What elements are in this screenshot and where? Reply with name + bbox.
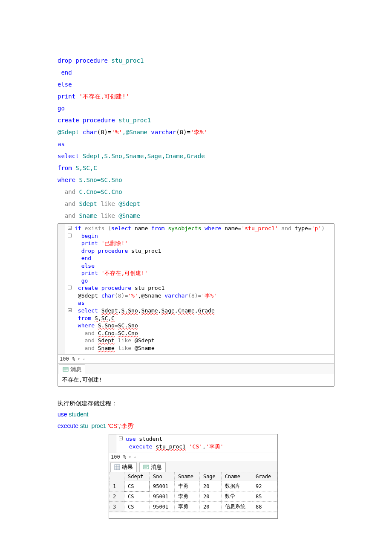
output-tabs: 消息 <box>58 363 334 374</box>
message-output: 不存在,可创建! <box>58 374 334 386</box>
table-row[interactable]: 1 CS 95001 李勇 20 数据库 92 <box>110 481 277 491</box>
svg-rect-2 <box>144 465 149 469</box>
tab-label: 消息 <box>70 366 81 373</box>
svg-rect-0 <box>63 367 68 371</box>
zoom-value: 100 % <box>111 454 126 460</box>
scroll-left-icon[interactable]: ◂ <box>134 455 136 459</box>
zoom-control[interactable]: 100 % ▾ ◂ <box>109 453 277 461</box>
col-sage: Sage <box>199 472 221 481</box>
grid-icon <box>114 464 120 470</box>
col-sdept: Sdept <box>124 472 150 481</box>
col-sno: Sno <box>149 472 174 481</box>
table-row[interactable]: 3 CS 95001 李勇 20 信息系统 88 <box>110 502 277 512</box>
fold-icon[interactable]: − <box>68 308 72 312</box>
col-grade: Grade <box>252 472 277 481</box>
tab-results[interactable]: 结果 <box>110 462 137 472</box>
editor-gutter <box>109 434 116 453</box>
col-sname: Sname <box>174 472 199 481</box>
col-rownum <box>110 472 124 481</box>
fold-icon[interactable]: − <box>68 286 72 289</box>
svg-rect-1 <box>115 465 120 470</box>
editor-gutter <box>58 224 65 354</box>
tab-messages[interactable]: 消息 <box>139 462 166 472</box>
sql-code-block: drop procedure stu_proc1 end else print … <box>58 43 334 222</box>
zoom-value: 100 % <box>60 356 75 362</box>
sql-result-panel: −use student execute stu_proc1 'CS','李勇'… <box>109 434 278 519</box>
zoom-control[interactable]: 100 % ▾ ◂ <box>58 354 334 363</box>
sql-editor-panel: −if exists (select name from sysobjects … <box>58 223 334 387</box>
results-grid[interactable]: Sdept Sno Sname Sage Cname Grade 1 CS 95… <box>109 472 277 518</box>
tab-label: 消息 <box>151 463 162 471</box>
table-row[interactable]: 2 CS 95001 李勇 20 数学 85 <box>110 491 277 502</box>
chevron-down-icon[interactable]: ▾ <box>78 356 80 361</box>
fold-icon[interactable]: − <box>68 234 72 237</box>
fold-icon[interactable]: − <box>119 436 123 440</box>
chevron-down-icon[interactable]: ▾ <box>129 455 131 459</box>
message-icon <box>143 464 149 470</box>
tab-label: 结果 <box>122 463 133 471</box>
message-icon <box>63 367 69 373</box>
editor-code[interactable]: −if exists (select name from sysobjects … <box>65 224 334 354</box>
fold-icon[interactable]: − <box>68 226 72 230</box>
output-tabs: 结果 消息 <box>109 461 277 472</box>
editor-code[interactable]: −use student execute stu_proc1 'CS','李勇' <box>116 434 277 453</box>
tab-messages[interactable]: 消息 <box>59 364 85 374</box>
table-header-row: Sdept Sno Sname Sage Cname Grade <box>110 472 277 481</box>
paragraph-text: 执行所创建存储过程： use student execute stu_proc1… <box>58 398 334 432</box>
scroll-left-icon[interactable]: ◂ <box>83 356 85 361</box>
col-cname: Cname <box>221 472 252 481</box>
